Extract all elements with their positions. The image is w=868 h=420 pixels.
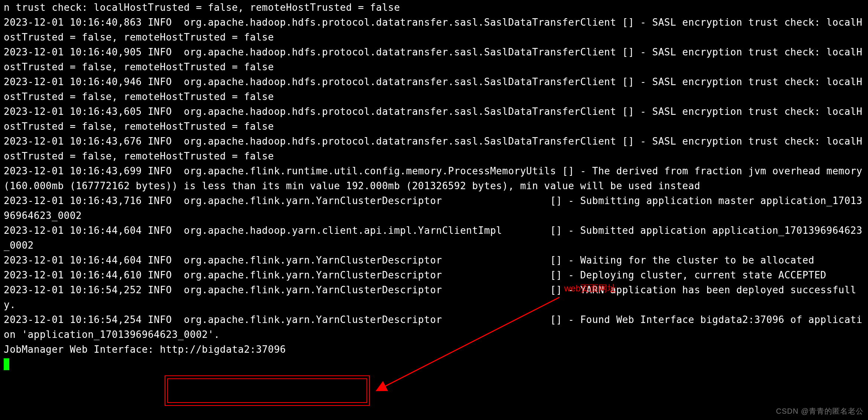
log-line: 2023-12-01 10:16:40,863 INFO org.apache.… [4,17,862,43]
log-line: 2023-12-01 10:16:44,604 INFO org.apache.… [4,225,862,251]
log-line: n trust check: localHostTrusted = false,… [4,2,400,13]
terminal-output: n trust check: localHostTrusted = false,… [0,0,868,420]
log-line: 2023-12-01 10:16:43,716 INFO org.apache.… [4,195,862,221]
log-line: 2023-12-01 10:16:40,905 INFO org.apache.… [4,46,862,72]
terminal-cursor [4,358,9,370]
log-line: 2023-12-01 10:16:43,605 INFO org.apache.… [4,106,862,132]
log-line: 2023-12-01 10:16:44,610 INFO org.apache.… [4,269,826,281]
log-line: 2023-12-01 10:16:43,676 INFO org.apache.… [4,136,862,162]
log-line: 2023-12-01 10:16:40,946 INFO org.apache.… [4,76,862,102]
log-line: 2023-12-01 10:16:44,604 INFO org.apache.… [4,255,814,266]
log-line: 2023-12-01 10:16:54,254 INFO org.apache.… [4,314,862,340]
log-line: 2023-12-01 10:16:43,699 INFO org.apache.… [4,165,868,191]
log-line: JobManager Web Interface: http://bigdata… [4,344,286,355]
log-line: 2023-12-01 10:16:54,252 INFO org.apache.… [4,284,856,310]
